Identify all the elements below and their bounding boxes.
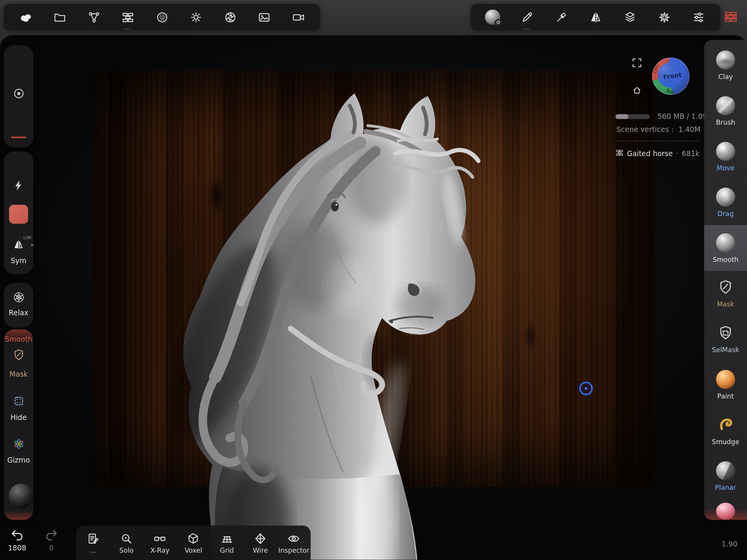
topology-icon (616, 148, 624, 158)
top-right-toolbar: ⚙ ... (471, 4, 720, 31)
hide-label: Hide (4, 413, 33, 422)
nomad-logo[interactable] (10, 4, 42, 31)
material-preview-icon[interactable]: ⚙ (476, 4, 509, 31)
smooth-label: Smooth (713, 255, 739, 263)
fullscreen-icon[interactable] (632, 58, 642, 68)
files-icon[interactable] (44, 4, 76, 31)
xray-label: X-Ray (150, 547, 170, 554)
drag-label: Drag (717, 210, 734, 217)
topology-more: ... (112, 25, 144, 30)
stats-divider (616, 141, 699, 141)
tool-strip: Clay Brush Move Drag Smooth Mask (704, 40, 747, 520)
inspector-label: Inspector (278, 547, 309, 554)
gizmo-label: Gizmo (4, 456, 33, 464)
performance-bricks-icon[interactable] (722, 8, 740, 26)
bottom-toolbar: ... Solo X-Ray Voxel Grid Wire Inspector (76, 525, 311, 560)
topology-icon[interactable]: ... (112, 4, 144, 31)
expand-arrow-icon: ▸ (31, 242, 34, 247)
undo-button[interactable]: 1808 (4, 527, 31, 552)
tool-smooth[interactable]: Smooth (704, 225, 747, 271)
radius-panel (4, 45, 33, 148)
selmask-tool-icon (717, 325, 734, 343)
camera-icon[interactable] (282, 4, 314, 31)
tool-clay[interactable]: Clay (704, 43, 747, 89)
mask-tool-icon (717, 279, 734, 297)
background-image-icon[interactable] (248, 4, 280, 31)
radius-slider-indicator[interactable] (11, 137, 26, 138)
tool-paint[interactable]: Paint (704, 362, 747, 408)
scene-vertices-label: Scene vertices： (616, 125, 676, 133)
layers-icon[interactable] (614, 4, 646, 31)
material-gear-badge: ⚙ (494, 19, 502, 27)
matcap-preview-ball[interactable] (8, 484, 33, 509)
hide-selection-icon[interactable] (4, 395, 33, 408)
scrolled-selected-tool[interactable]: Smooth (4, 329, 33, 342)
background-image-plane (93, 71, 654, 487)
quick-tools-panel: Smooth Mask Hide Gizmo (4, 329, 33, 520)
inspector-button[interactable]: Inspector (277, 525, 311, 560)
mesh-list-item[interactable]: Gaited horse · 681k (616, 148, 700, 158)
tool-move[interactable]: Move (704, 134, 747, 180)
tool-planar[interactable]: Planar (704, 453, 747, 499)
matcap-sphere-icon[interactable] (146, 4, 178, 31)
stroke-panel: L/W ▸ Sym (4, 152, 33, 274)
voxel-button[interactable]: Voxel (177, 525, 210, 560)
home-icon[interactable] (632, 86, 642, 95)
wire-button[interactable]: Wire (244, 525, 277, 560)
sym-label: Sym (4, 257, 33, 265)
stamp-dropper-icon[interactable] (545, 4, 577, 31)
symmetry-toggle-icon[interactable]: L/W ▸ (4, 239, 33, 250)
tool-brush[interactable]: Brush (704, 89, 747, 134)
smudge-tool-icon (717, 415, 734, 435)
orientation-gizmo[interactable]: Front Left Bot (652, 57, 690, 95)
tool-drag[interactable]: Drag (704, 180, 747, 225)
brush-radius-icon[interactable] (4, 87, 33, 100)
scene-graph-icon[interactable] (78, 4, 110, 31)
mesh-count: 681k (682, 149, 699, 158)
postprocess-icon[interactable] (214, 4, 246, 31)
notes-button[interactable]: ... (76, 525, 110, 560)
selmask-label: SelMask (712, 346, 739, 354)
tool-smudge[interactable]: Smudge (704, 408, 747, 453)
memory-usage-bar (616, 114, 650, 119)
brush-tool-icon (716, 96, 735, 115)
stroke-pencil-icon[interactable]: ... (511, 4, 543, 31)
mask-label: Mask (4, 370, 33, 378)
mesh-name: Gaited horse (627, 149, 673, 158)
scene-vertices: Scene vertices： 1.40M (616, 125, 701, 134)
settings-gear-icon[interactable] (648, 4, 680, 31)
notes-more: ... (90, 547, 96, 554)
tool-selmask[interactable]: SelMask (704, 316, 747, 362)
wire-label: Wire (253, 547, 268, 554)
xray-button[interactable]: X-Ray (143, 525, 177, 560)
zoom-level: 1.90 (722, 540, 737, 548)
pencil-more: ... (511, 25, 543, 30)
planar-tool-icon (716, 461, 735, 480)
color-swatch[interactable] (9, 205, 28, 224)
relax-panel: Relax (4, 283, 33, 328)
brush-label: Brush (716, 119, 735, 126)
app-window: Front Left Bot 560 MB / 1.09 G Scene ver… (0, 0, 747, 560)
interface-sliders-icon[interactable] (682, 4, 714, 31)
relax-label: Relax (4, 308, 33, 317)
redo-button[interactable]: 0 (38, 527, 65, 552)
scrolled-tool-label: Smooth (5, 335, 32, 342)
lighting-icon[interactable] (180, 4, 212, 31)
drag-tool-icon (716, 188, 735, 207)
mask-shield-icon[interactable] (4, 348, 33, 361)
relax-web-icon[interactable] (4, 291, 33, 304)
smooth-tool-icon (716, 233, 735, 252)
gizmo-icon[interactable] (4, 438, 33, 451)
scene-vertices-value: 1.40M (678, 125, 701, 133)
solo-button[interactable]: Solo (110, 525, 143, 560)
tool-mask[interactable]: Mask (704, 271, 747, 316)
symmetry-icon[interactable] (579, 4, 611, 31)
intensity-icon[interactable] (4, 179, 33, 192)
lw-label: L/W (23, 235, 31, 240)
brush-cursor (579, 382, 593, 395)
move-label: Move (717, 164, 735, 172)
paint-tool-icon (716, 370, 735, 389)
strip-scroll-fade (704, 508, 747, 520)
sculpt-viewport[interactable]: Front Left Bot 560 MB / 1.09 G Scene ver… (0, 35, 747, 560)
grid-button[interactable]: Grid (210, 525, 243, 560)
